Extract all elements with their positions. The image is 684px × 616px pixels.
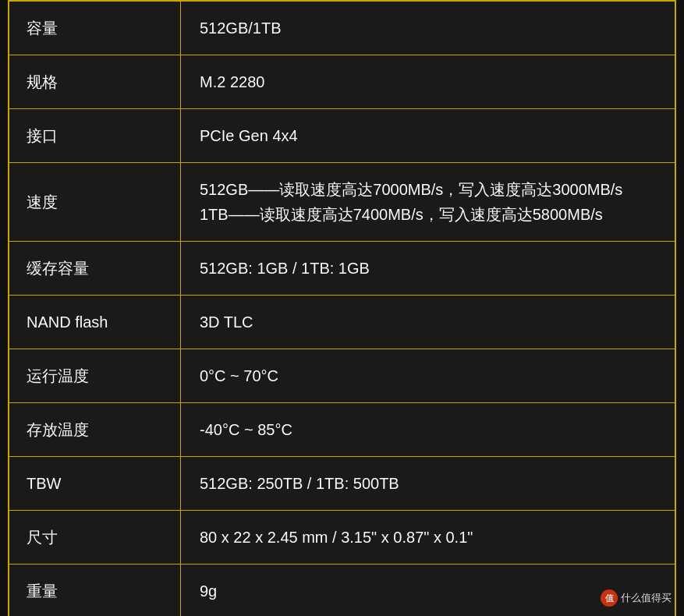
cell-value-8: 512GB: 250TB / 1TB: 500TB [181,457,675,510]
cell-label-2: 接口 [9,109,181,162]
cell-label-5: NAND flash [9,296,181,349]
cell-label-9: 尺寸 [9,511,181,564]
cell-value-2: PCIe Gen 4x4 [181,109,675,162]
table-row: 重量9g [9,565,675,616]
cell-label-6: 运行温度 [9,349,181,402]
cell-value-6: 0°C ~ 70°C [181,349,675,402]
cell-value-1: M.2 2280 [181,55,675,108]
table-row: 接口PCIe Gen 4x4 [9,109,675,163]
table-row: 缓存容量512GB: 1GB / 1TB: 1GB [9,242,675,296]
cell-label-4: 缓存容量 [9,242,181,295]
cell-value-3: 512GB——读取速度高达7000MB/s，写入速度高达3000MB/s1TB—… [181,163,675,241]
table-row: TBW512GB: 250TB / 1TB: 500TB [9,457,675,511]
table-row: 速度512GB——读取速度高达7000MB/s，写入速度高达3000MB/s1T… [9,163,675,242]
specs-table: 容量512GB/1TB规格M.2 2280接口PCIe Gen 4x4速度512… [8,0,676,616]
table-row: 容量512GB/1TB [9,2,675,55]
cell-label-0: 容量 [9,2,181,55]
watermark: 值 什么值得买 [601,589,672,607]
table-row: NAND flash3D TLC [9,296,675,349]
table-row: 存放温度-40°C ~ 85°C [9,403,675,457]
watermark-text: 什么值得买 [621,591,672,605]
table-row: 规格M.2 2280 [9,55,675,109]
cell-label-8: TBW [9,457,181,510]
watermark-icon: 值 [601,589,618,607]
cell-value-5: 3D TLC [181,296,675,349]
cell-value-0: 512GB/1TB [181,2,675,55]
cell-label-3: 速度 [9,163,181,241]
table-row: 尺寸80 x 22 x 2.45 mm / 3.15" x 0.87" x 0.… [9,511,675,565]
cell-value-7: -40°C ~ 85°C [181,403,675,456]
cell-value-4: 512GB: 1GB / 1TB: 1GB [181,242,675,295]
cell-label-10: 重量 [9,565,181,616]
cell-label-1: 规格 [9,55,181,108]
table-row: 运行温度0°C ~ 70°C [9,349,675,403]
cell-label-7: 存放温度 [9,403,181,456]
cell-value-9: 80 x 22 x 2.45 mm / 3.15" x 0.87" x 0.1" [181,511,675,564]
